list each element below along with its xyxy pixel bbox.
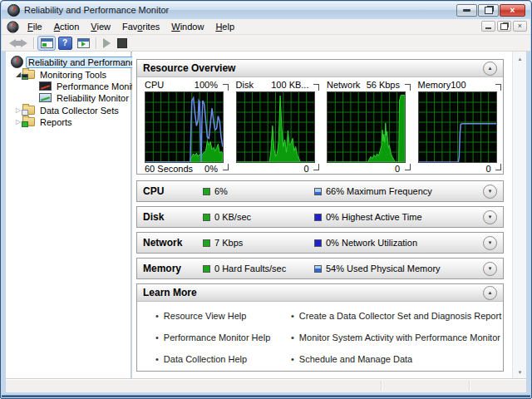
menu-favorites[interactable]: Favorites [116,20,165,33]
axis-bracket [495,84,501,91]
forward-button[interactable] [21,39,27,47]
disk-section[interactable]: Disk 0 KB/sec 0% Highest Active Time ▼ [136,206,504,228]
restore-button[interactable] [478,4,499,17]
bullet-icon: • [291,332,294,342]
network-graph-plot [327,91,406,163]
overview-graphs: CPU100% 60 Seconds0% Disk100 KB... 0 Net… [139,80,503,174]
window-controls: × [456,4,525,17]
graph-max-label: 100% [195,80,218,90]
bullet-icon: • [291,311,294,321]
folder-badge [22,110,28,116]
status-divider [381,381,382,391]
restore-icon [485,7,493,14]
app-icon [7,4,20,17]
console-tree-panel: Reliability and Performance ◢ Monitoring… [6,52,131,379]
tree-item-performance-monitor[interactable]: Performance Monitor [39,80,145,92]
cpu-section[interactable]: CPU 6% 66% Maximum Frequency ▼ [136,180,504,202]
mdi-restore-icon [500,23,508,30]
section-title: Disk [143,211,203,223]
expand-button[interactable]: ▼ [483,236,497,250]
vertical-scrollbar[interactable]: ▲ ▼ [512,52,526,379]
memory-graph: Memory100 Hard... 0 [412,80,504,174]
section-title: Network [143,237,203,249]
memory-section[interactable]: Memory 0 Hard Faults/sec 54% Used Physic… [136,258,504,279]
bullet-icon: • [155,354,159,364]
collapse-button[interactable]: ▲ [483,286,497,300]
mdi-window-controls: × [481,21,527,32]
tree-item-reports[interactable]: ▷ Reports [14,116,75,128]
graph-max-label: 100 KB... [271,80,308,90]
network-section[interactable]: Network 7 Kbps 0% Network Utilization ▼ [136,232,504,254]
resume-display-button[interactable] [103,38,111,48]
help-button[interactable]: ? [56,36,74,51]
green-legend-icon [203,239,210,247]
axis-bracket [223,84,229,91]
tree-item-data-collector-sets[interactable]: ▷ Data Collector Sets [14,104,121,116]
link-resource-view-help[interactable]: •Resource View Help [155,311,291,321]
axis-bracket [223,164,229,170]
scroll-up-icon[interactable]: ▲ [514,52,526,65]
mdi-minimize-button[interactable] [481,21,495,32]
toolbar-separator [33,37,34,49]
graph-label: Disk [236,80,254,90]
cpu-frequency-value: 66% Maximum Frequency [326,186,432,196]
graph-max-label: 56 Kbps [367,80,400,90]
menu-file[interactable]: File [22,20,48,33]
learn-more-header[interactable]: Learn More ▲ [137,284,503,302]
scroll-down-icon[interactable]: ▼ [514,366,526,378]
section-title: Memory [143,263,203,274]
new-window-button[interactable] [74,36,92,51]
menu-view[interactable]: View [85,20,116,33]
bullet-icon: • [155,311,159,321]
expand-button[interactable]: ▼ [483,210,497,224]
learn-more-section: Learn More ▲ •Resource View Help •Perfor… [136,283,504,372]
link-performance-monitor-help[interactable]: •Performance Monitor Help [155,332,291,342]
graph-time-label: 60 Seconds [145,164,193,174]
link-create-data-collector-set[interactable]: •Create a Data Collector Set and Diagnos… [291,311,501,321]
status-divider [469,381,470,391]
cpu-graph: CPU100% 60 Seconds0% [139,80,230,174]
mdi-close-button[interactable]: × [513,21,527,32]
blue-legend-icon [314,239,322,247]
expand-button[interactable]: ▼ [483,262,497,276]
close-icon: × [510,7,515,15]
tree-item-reliability-monitor[interactable]: Reliability Monitor [39,91,131,104]
green-legend-icon [203,265,210,273]
blue-legend-icon [314,214,322,221]
resource-overview-section: Resource Overview ▲ CPU100% 60 Seconds0%… [136,59,504,175]
mdi-restore-button[interactable] [497,21,511,32]
tree-item-monitoring-tools[interactable]: ◢ Monitoring Tools [14,68,109,81]
tree-item-label: Performance Monitor [54,81,145,91]
folder-badge [22,121,28,127]
mdi-close-icon: × [518,22,522,30]
axis-bracket [313,164,319,170]
memory-used-value: 54% Used Physical Memory [326,264,441,273]
bullet-icon: • [155,332,159,342]
link-schedule-and-manage-data[interactable]: •Schedule and Manage Data [291,354,501,364]
disk-graph: Disk100 KB... 0 [230,80,322,174]
section-title: CPU [143,185,203,197]
tree-item-reliability-and-performance[interactable]: Reliability and Performance [11,56,143,68]
freeze-display-button[interactable] [117,38,127,48]
resource-overview-header[interactable]: Resource Overview ▲ [137,60,503,77]
menu-window[interactable]: Window [165,20,209,33]
menu-action[interactable]: Action [48,20,86,33]
performance-monitor-icon [39,81,52,91]
memory-graph-plot [418,91,497,163]
back-button[interactable] [9,39,16,47]
console-icon [7,21,18,32]
menu-help[interactable]: Help [209,20,240,33]
title-bar[interactable]: Reliability and Performance Monitor × [2,2,530,19]
blue-legend-icon [314,265,322,273]
minimize-button[interactable] [456,4,477,17]
memory-hard-faults-value: 0 Hard Faults/sec [214,264,314,273]
link-data-collection-help[interactable]: •Data Collection Help [155,354,291,364]
expand-button[interactable]: ▼ [483,185,497,199]
collapse-button[interactable]: ▲ [483,62,497,76]
folder-badge [22,74,28,80]
learn-more-links: •Resource View Help •Performance Monitor… [137,301,503,371]
link-monitor-system-activity[interactable]: •Monitor System Activity with Performanc… [291,332,501,342]
close-button[interactable]: × [500,4,525,17]
show-hide-console-tree-button[interactable] [37,36,56,51]
axis-bracket [313,84,319,91]
